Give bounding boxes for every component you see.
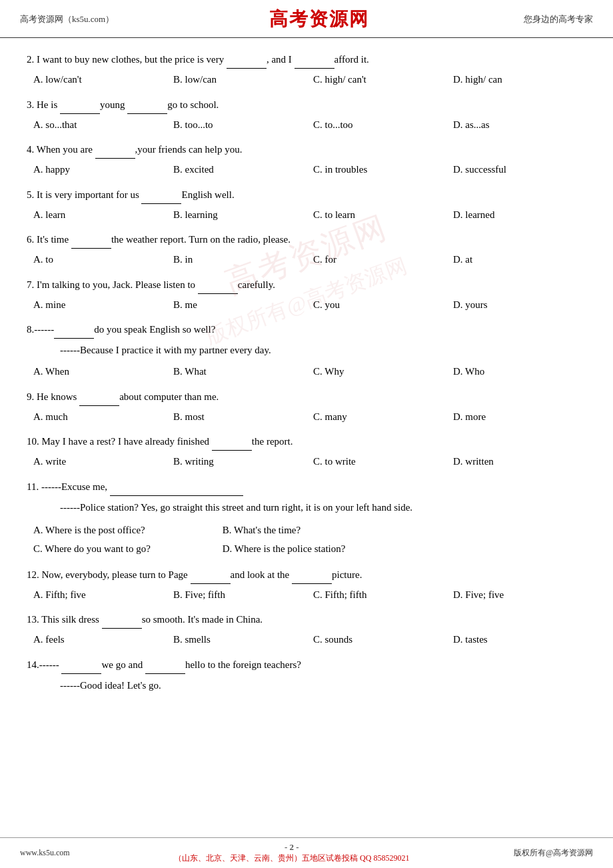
q5-text: 5. It is very important for us English w… — [27, 185, 586, 204]
footer-right: 版权所有@高考资源网 — [514, 847, 593, 859]
q10-blank1 — [212, 432, 252, 451]
page-number: - 2 - — [174, 842, 409, 853]
q7-optD: D. yours — [453, 297, 573, 314]
q7-text: 7. I'm talking to you, Jack. Please list… — [27, 275, 586, 294]
q2-options: A. low/can't B. low/can C. high/ can't D… — [33, 71, 586, 89]
q6-optC: C. for — [313, 251, 433, 269]
q14-text2: ------Good idea! Let's go. — [60, 677, 586, 695]
question-12: 12. Now, everybody, please turn to Page … — [27, 565, 586, 604]
q8-options: A. When B. What C. Why D. Who — [33, 363, 586, 381]
q2-optD: D. high/ can — [453, 71, 573, 89]
q6-optD: D. at — [453, 251, 573, 269]
q11-options: A. Where is the post office? B. What's t… — [33, 521, 586, 559]
q2-optA: A. low/can't — [33, 71, 153, 89]
question-10: 10. May I have a rest? I have already fi… — [27, 432, 586, 471]
q7-optB: B. me — [173, 297, 293, 314]
q11-blank1 — [110, 477, 243, 496]
q6-blank1 — [71, 230, 111, 249]
q14-blank2 — [145, 655, 185, 674]
q4-blank1 — [95, 140, 135, 159]
q4-text: 4. When you are ,your friends can help y… — [27, 140, 586, 159]
q13-optB: B. smells — [173, 631, 293, 649]
footer: www.ks5u.com - 2 - （山东、北京、天津、云南、贵州）五地区试卷… — [0, 837, 613, 868]
q9-optA: A. much — [33, 409, 153, 426]
q11-optD: D. Where is the police station? — [223, 543, 346, 554]
q12-blank1 — [191, 565, 231, 584]
q13-optC: C. sounds — [313, 631, 433, 649]
question-14: 14.------ we go and hello to the foreign… — [27, 655, 586, 695]
q13-options: A. feels B. smells C. sounds D. tastes — [33, 631, 586, 649]
question-5: 5. It is very important for us English w… — [27, 185, 586, 224]
q8-text1: 8.------ do you speak English so well? — [27, 320, 586, 339]
q9-optC: C. many — [313, 409, 433, 426]
q4-optB: B. excited — [173, 161, 293, 179]
q3-optD: D. as...as — [453, 117, 573, 134]
q9-options: A. much B. most C. many D. more — [33, 409, 586, 426]
q6-text: 6. It's time the weather report. Turn on… — [27, 230, 586, 249]
question-13: 13. This silk dress so smooth. It's made… — [27, 610, 586, 649]
q3-optB: B. too...to — [173, 117, 293, 134]
question-4: 4. When you are ,your friends can help y… — [27, 140, 586, 179]
q10-optA: A. write — [33, 453, 153, 471]
q2-blank2 — [295, 50, 334, 69]
q8-optD: D. Who — [453, 363, 573, 381]
page: 高考资源网（ks5u.com） 高考资源网 您身边的高考专家 高考资源网 版权所… — [0, 0, 613, 868]
q12-optC: C. Fifth; fifth — [313, 587, 433, 604]
q11-text2: ------Police station? Yes, go straight t… — [60, 499, 586, 517]
q4-options: A. happy B. excited C. in troubles D. su… — [33, 161, 586, 179]
q3-optA: A. so...that — [33, 117, 153, 134]
footer-region: （山东、北京、天津、云南、贵州）五地区试卷投稿 QQ 858529021 — [174, 853, 409, 864]
q4-optC: C. in troubles — [313, 161, 433, 179]
q11-text1: 11. ------Excuse me, — [27, 477, 586, 496]
q6-options: A. to B. in C. for D. at — [33, 251, 586, 269]
q7-optA: A. mine — [33, 297, 153, 314]
question-8: 8.------ do you speak English so well? -… — [27, 320, 586, 381]
q6-optB: B. in — [173, 251, 293, 269]
question-11: 11. ------Excuse me, ------Police statio… — [27, 477, 586, 559]
q13-optA: A. feels — [33, 631, 153, 649]
q9-optB: B. most — [173, 409, 293, 426]
header-center: 高考资源网 — [269, 7, 369, 32]
q14-text1: 14.------ we go and hello to the foreign… — [27, 655, 586, 674]
q3-blank1 — [60, 95, 100, 114]
q9-blank1 — [79, 387, 119, 406]
q13-optD: D. tastes — [453, 631, 573, 649]
q8-optB: B. What — [173, 363, 293, 381]
q2-blank1 — [227, 50, 267, 69]
q13-blank1 — [102, 610, 142, 629]
q7-options: A. mine B. me C. you D. yours — [33, 297, 586, 314]
q11-options-row2: C. Where do you want to go? D. Where is … — [33, 539, 586, 559]
q5-optD: D. learned — [453, 207, 573, 224]
footer-left: www.ks5u.com — [20, 848, 70, 858]
q12-optB: B. Five; fifth — [173, 587, 293, 604]
q4-optA: A. happy — [33, 161, 153, 179]
question-2: 2. I want to buy new clothes, but the pr… — [27, 50, 586, 89]
q3-blank2 — [127, 95, 167, 114]
q12-blank2 — [292, 565, 332, 584]
header-right: 您身边的高考专家 — [524, 13, 593, 25]
q12-text: 12. Now, everybody, please turn to Page … — [27, 565, 586, 584]
q9-text: 9. He knows about computer than me. — [27, 387, 586, 406]
q10-options: A. write B. writing C. to write D. writt… — [33, 453, 586, 471]
footer-center: - 2 - （山东、北京、天津、云南、贵州）五地区试卷投稿 QQ 8585290… — [174, 842, 409, 864]
q9-optD: D. more — [453, 409, 573, 426]
q2-optC: C. high/ can't — [313, 71, 433, 89]
q8-optA: A. When — [33, 363, 153, 381]
header-left: 高考资源网（ks5u.com） — [20, 13, 114, 25]
q11-optC: C. Where do you want to go? — [33, 539, 220, 559]
question-3: 3. He is young go to school. A. so...tha… — [27, 95, 586, 134]
q12-optD: D. Five; five — [453, 587, 573, 604]
q10-optB: B. writing — [173, 453, 293, 471]
q2-text: 2. I want to buy new clothes, but the pr… — [27, 50, 586, 69]
q5-blank1 — [141, 185, 181, 204]
q12-optA: A. Fifth; five — [33, 587, 153, 604]
q13-text: 13. This silk dress so smooth. It's made… — [27, 610, 586, 629]
q3-optC: C. to...too — [313, 117, 433, 134]
q11-optB: B. What's the time? — [223, 525, 301, 535]
q11-options-row1: A. Where is the post office? B. What's t… — [33, 521, 586, 540]
question-9: 9. He knows about computer than me. A. m… — [27, 387, 586, 426]
q10-optC: C. to write — [313, 453, 433, 471]
q4-optD: D. successful — [453, 161, 573, 179]
q3-options: A. so...that B. too...to C. to...too D. … — [33, 117, 586, 134]
q8-text2: ------Because I practice it with my part… — [60, 341, 586, 359]
